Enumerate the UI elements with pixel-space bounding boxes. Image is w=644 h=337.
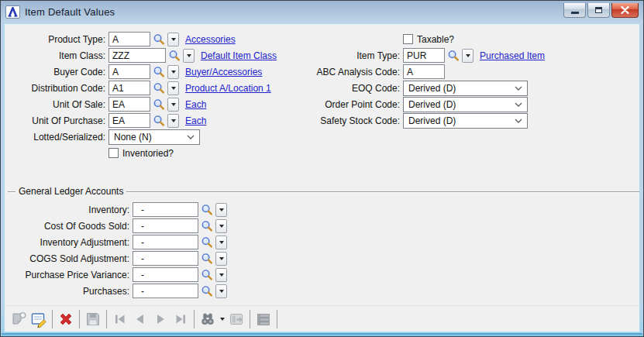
groupbox-line — [8, 191, 15, 192]
purchase-price-variance-input[interactable] — [133, 267, 198, 282]
item-default-values-window: Item Default Values Product Type: Access… — [0, 0, 644, 337]
dropdown-arrow-icon — [219, 208, 224, 211]
field-row-abc-analysis-code: ABC Analysis Code: — [272, 64, 545, 80]
field-row-inventoried: Inventoried? — [5, 145, 277, 161]
dropdown-arrow-icon — [219, 273, 224, 277]
cogs-sold-adjustment-dropdown-button[interactable] — [215, 252, 227, 266]
title-bar[interactable]: Item Default Values — [1, 1, 643, 22]
field-row-purchases-account: Purchases: — [5, 283, 639, 299]
buyer-code-finder-button[interactable] — [152, 64, 166, 79]
item-class-input[interactable] — [108, 48, 166, 63]
edit-record-button[interactable] — [29, 309, 49, 329]
cogs-sold-adjustment-finder-button[interactable] — [200, 251, 214, 266]
item-type-label: Item Type: — [272, 50, 400, 61]
item-class-dropdown-button[interactable] — [183, 49, 195, 63]
inventory-account-input[interactable] — [133, 202, 198, 217]
inventory-account-finder-button[interactable] — [200, 202, 214, 217]
toolbar-separator — [106, 310, 107, 328]
eoq-code-label: EOQ Code: — [272, 83, 400, 94]
buyer-code-dropdown-button[interactable] — [167, 65, 179, 79]
app-logo-icon — [5, 5, 20, 19]
item-type-dropdown-button[interactable] — [462, 49, 474, 63]
cogs-sold-adjustment-input[interactable] — [133, 251, 198, 266]
last-record-icon — [172, 311, 189, 328]
inventory-account-dropdown-button[interactable] — [215, 203, 227, 217]
order-point-code-select[interactable]: Derived (D) — [403, 97, 528, 112]
item-class-link[interactable]: Default Item Class — [201, 50, 277, 61]
next-record-button[interactable] — [150, 309, 170, 329]
general-ledger-accounts-group: General Ledger Accounts Inventory: Cost … — [5, 186, 639, 299]
unit-of-purchase-link[interactable]: Each — [185, 115, 206, 126]
distribution-code-link[interactable]: Product A/Location 1 — [185, 83, 271, 94]
unit-of-sale-input[interactable] — [108, 97, 150, 112]
lotted-serialized-select[interactable]: None (N) — [108, 129, 200, 145]
unit-of-sale-dropdown-button[interactable] — [167, 98, 179, 112]
eoq-code-value: Derived (D) — [408, 83, 511, 94]
find-button[interactable] — [198, 309, 218, 329]
product-type-dropdown-button[interactable] — [167, 33, 179, 46]
purchase-price-variance-dropdown-button[interactable] — [215, 268, 227, 282]
restore-button[interactable] — [587, 3, 610, 18]
item-class-finder-button[interactable] — [167, 48, 181, 63]
find-binoculars-icon — [199, 311, 216, 328]
purchases-dropdown-button[interactable] — [215, 284, 227, 298]
purchase-price-variance-finder-button[interactable] — [200, 267, 214, 282]
unit-of-purchase-finder-button[interactable] — [152, 113, 166, 128]
close-button[interactable] — [611, 3, 639, 18]
distribution-code-label: Distribution Code: — [5, 83, 105, 94]
taxable-checkbox[interactable] — [403, 34, 413, 44]
product-type-link[interactable]: Accessories — [185, 34, 236, 45]
dropdown-arrow-icon — [171, 70, 176, 74]
field-row-buyer-code: Buyer Code: Buyer/Accessories — [5, 64, 277, 80]
find-dropdown-button[interactable] — [219, 309, 226, 329]
item-type-link[interactable]: Purchased Item — [480, 50, 545, 61]
cost-of-goods-sold-input[interactable] — [133, 218, 198, 233]
first-record-button[interactable] — [110, 309, 130, 329]
field-row-cogs-sold-adjustment-account: COGS Sold Adjustment: — [5, 250, 639, 267]
buyer-code-input[interactable] — [108, 64, 150, 79]
magnifier-icon — [168, 50, 181, 62]
cost-of-goods-sold-dropdown-button[interactable] — [215, 219, 227, 233]
inventory-adjustment-input[interactable] — [133, 235, 198, 249]
lotted-serialized-value: None (N) — [114, 132, 184, 143]
minimize-button[interactable] — [563, 3, 586, 18]
item-type-finder-button[interactable] — [446, 48, 460, 63]
unit-of-sale-link[interactable]: Each — [185, 99, 206, 110]
safety-stock-code-select[interactable]: Derived (D) — [403, 113, 528, 129]
unit-of-purchase-dropdown-button[interactable] — [167, 114, 179, 128]
field-row-inventory-account: Inventory: — [5, 201, 639, 218]
field-row-item-type: Item Type: Purchased Item — [272, 47, 545, 64]
distribution-code-input[interactable] — [108, 81, 150, 95]
purchases-input[interactable] — [133, 284, 198, 298]
product-type-input[interactable] — [108, 32, 150, 46]
drilldown-button[interactable] — [226, 309, 246, 329]
inventory-adjustment-dropdown-button[interactable] — [215, 236, 227, 249]
purchases-finder-button[interactable] — [200, 284, 214, 298]
chevron-down-icon — [515, 102, 522, 107]
unit-of-sale-finder-button[interactable] — [152, 97, 166, 112]
field-row-product-type: Product Type: Accessories — [5, 31, 277, 47]
chevron-down-icon — [515, 86, 522, 91]
delete-record-button[interactable] — [56, 309, 76, 329]
buyer-code-link[interactable]: Buyer/Accessories — [185, 67, 262, 77]
abc-analysis-code-input[interactable] — [403, 64, 445, 79]
new-record-button[interactable] — [9, 309, 29, 329]
cost-of-goods-sold-finder-button[interactable] — [200, 218, 214, 233]
distribution-code-dropdown-button[interactable] — [167, 81, 179, 95]
save-record-button[interactable] — [83, 309, 103, 329]
chevron-down-icon — [187, 135, 195, 139]
previous-record-button[interactable] — [130, 309, 150, 329]
dropdown-arrow-icon — [171, 38, 176, 41]
item-type-input[interactable] — [403, 48, 445, 63]
item-class-label: Item Class: — [5, 50, 105, 61]
unit-of-purchase-input[interactable] — [108, 113, 150, 128]
finder-list-button[interactable] — [253, 309, 274, 329]
first-record-icon — [112, 311, 129, 328]
eoq-code-select[interactable]: Derived (D) — [403, 81, 528, 96]
inventoried-checkbox[interactable] — [108, 148, 119, 158]
last-record-button[interactable] — [170, 309, 191, 329]
distribution-code-finder-button[interactable] — [152, 81, 166, 95]
field-row-eoq-code: EOQ Code: Derived (D) — [272, 80, 545, 96]
inventory-adjustment-finder-button[interactable] — [200, 235, 214, 249]
product-type-finder-button[interactable] — [152, 32, 166, 46]
